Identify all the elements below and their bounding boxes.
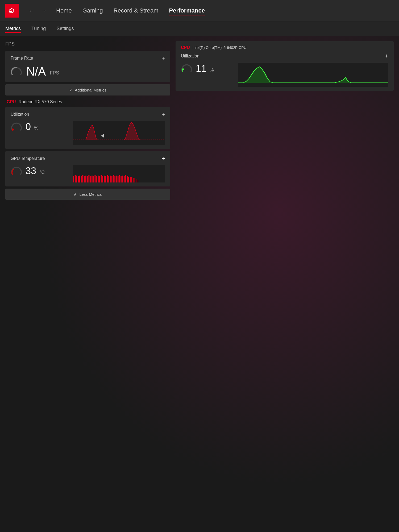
cpu-util-gauge [181,63,193,74]
cpu-util-add-button[interactable]: + [385,53,388,60]
svg-rect-20 [92,176,93,182]
svg-rect-36 [116,176,117,182]
cpu-name: Intel(R) Core(TM) i5-6402P CPU [193,45,247,50]
forward-button[interactable]: → [40,6,48,15]
gpu-temperature-card: GPU Temperature + 33 [5,151,170,186]
gpu-temp-content: 33 °C [11,165,165,182]
svg-rect-38 [119,175,120,182]
svg-rect-49 [136,179,137,182]
svg-rect-17 [87,176,88,182]
main-content: FPS Frame Rate + N/A FPS [0,36,399,205]
gpu-util-add-button[interactable]: + [161,111,165,118]
frame-rate-value-row: N/A FPS [11,65,165,78]
sub-nav-tuning[interactable]: Tuning [31,24,46,33]
gpu-section: GPU Radeon RX 570 Series Utilization + [5,99,170,200]
svg-rect-39 [120,176,122,182]
svg-rect-29 [105,176,106,182]
frame-rate-gauge [11,66,22,77]
svg-rect-30 [107,175,108,182]
gpu-name: Radeon RX 570 Series [19,99,62,104]
svg-rect-28 [104,176,105,182]
cpu-header: CPU Intel(R) Core(TM) i5-6402P CPU [181,45,388,50]
frame-rate-add-button[interactable]: + [161,55,165,62]
svg-rect-9 [75,175,76,182]
svg-point-3 [12,128,14,131]
svg-rect-11 [78,176,79,182]
cpu-util-chart-svg [238,63,388,87]
svg-rect-14 [82,175,84,182]
less-metrics-label: Less Metrics [79,192,102,197]
cpu-util-header: Utilization + [181,53,388,60]
gpu-util-gauge [11,121,22,133]
gpu-temp-add-button[interactable]: + [161,155,165,162]
gpu-util-content: 0 % [11,121,165,145]
svg-rect-16 [85,176,86,182]
less-metrics-button[interactable]: ∧ Less Metrics [5,189,170,200]
gpu-label: GPU [7,99,16,104]
svg-rect-35 [114,176,115,182]
frame-rate-card: Frame Rate + N/A FPS [5,51,170,82]
gpu-temp-chart-svg [73,165,165,182]
sub-nav-bar: Metrics Tuning Settings [0,21,399,36]
svg-rect-18 [89,175,90,182]
gpu-util-header: Utilization + [11,111,165,118]
additional-metrics-button[interactable]: ∨ Additional Metrics [5,84,170,95]
nav-home[interactable]: Home [56,6,72,15]
svg-rect-44 [128,177,129,182]
gpu-utilization-row: Utilization + 0 [5,107,170,149]
left-panel: FPS Frame Rate + N/A FPS [5,41,170,200]
sub-nav-metrics[interactable]: Metrics [5,24,21,33]
cpu-metric-content: 11 % [181,63,388,87]
svg-rect-47 [133,178,134,182]
frame-rate-value: N/A [26,65,46,78]
gpu-util-chart [73,121,165,145]
frame-rate-header: Frame Rate + [11,55,165,62]
fps-section-title: FPS [5,41,170,47]
svg-rect-34 [113,175,114,182]
gpu-util-chart-svg [73,121,165,145]
gpu-util-gauge-container: 0 % [11,121,69,133]
svg-text:A: A [9,8,12,14]
cpu-card: CPU Intel(R) Core(TM) i5-6402P CPU Utili… [176,41,394,91]
svg-rect-46 [131,177,132,182]
gpu-temp-unit: °C [39,170,45,175]
nav-performance[interactable]: Performance [169,6,205,15]
svg-rect-10 [76,176,77,182]
svg-rect-8 [73,176,74,182]
svg-rect-37 [118,176,119,182]
right-panel: CPU Intel(R) Core(TM) i5-6402P CPU Utili… [176,41,394,200]
cpu-util-value: 11 [196,63,206,74]
gpu-util-value: 0 [26,121,31,132]
svg-rect-15 [84,176,85,182]
svg-rect-22 [95,175,96,182]
svg-rect-50 [138,180,139,182]
svg-rect-27 [102,176,103,182]
gpu-section-header: GPU Radeon RX 570 Series [5,99,170,104]
gpu-util-label: Utilization [11,112,29,117]
less-metrics-chevron: ∧ [74,192,77,197]
cpu-util-label: Utilization [181,54,199,59]
svg-rect-32 [110,176,111,182]
svg-rect-48 [134,178,135,182]
svg-point-51 [182,68,184,70]
gpu-temp-gauge [11,165,22,177]
cpu-metric-left: 11 % [181,63,234,87]
svg-rect-4 [73,121,165,145]
nav-gaming[interactable]: Gaming [82,6,103,15]
amd-logo: ⬡ A [5,4,19,18]
additional-metrics-chevron: ∨ [69,88,72,92]
gpu-temp-header: GPU Temperature + [11,155,165,162]
nav-arrows: ← → [27,6,48,15]
nav-record-stream[interactable]: Record & Stream [114,6,159,15]
back-button[interactable]: ← [27,6,36,15]
gpu-util-unit: % [34,126,38,131]
svg-rect-41 [124,176,125,182]
fps-section: FPS Frame Rate + N/A FPS [5,41,170,95]
cpu-util-gauge-container: 11 % [181,63,234,74]
svg-rect-33 [111,176,113,182]
sub-nav-settings[interactable]: Settings [56,24,74,33]
svg-rect-45 [130,177,131,182]
gpu-temp-value: 33 [26,165,36,177]
gpu-temp-gauge-container: 33 °C [11,165,69,177]
gpu-temp-left: 33 °C [11,165,69,182]
